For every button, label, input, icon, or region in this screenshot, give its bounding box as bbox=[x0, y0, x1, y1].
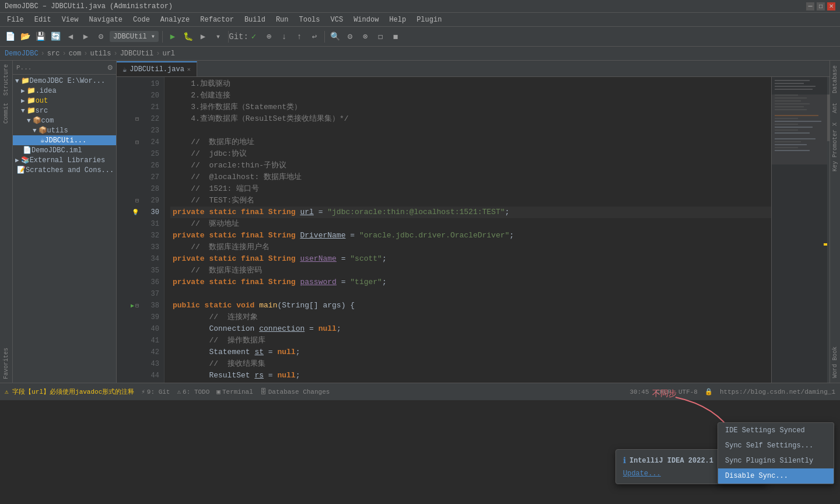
menu-vcs[interactable]: VCS bbox=[326, 15, 348, 25]
menu-view[interactable]: View bbox=[57, 15, 83, 25]
tree-item-com[interactable]: ▼ 📦 com bbox=[13, 116, 116, 125]
sidebar-commit[interactable]: Commit bbox=[1, 99, 11, 127]
status-line-ending[interactable]: CRLF bbox=[656, 388, 671, 396]
menu-window[interactable]: Window bbox=[349, 15, 383, 25]
toolbar-debug-button[interactable]: 🐛 bbox=[181, 30, 194, 43]
tree-utils-icon: 📦 bbox=[38, 126, 47, 135]
menu-help[interactable]: Help bbox=[384, 15, 411, 25]
sidebar-wordbook[interactable]: Word Book bbox=[831, 342, 839, 383]
tree-item-out[interactable]: ▶ 📁 out bbox=[13, 96, 116, 106]
toolbar-more-run[interactable]: ▾ bbox=[212, 30, 225, 43]
tree-item-utils[interactable]: ▼ 📦 utils bbox=[13, 125, 116, 135]
bc-jdbcutil[interactable]: JDBCUtil bbox=[120, 50, 154, 58]
gutter-run-38[interactable]: ▶ bbox=[131, 302, 134, 309]
status-todo[interactable]: ⚠ 6: TODO bbox=[177, 388, 209, 396]
sidebar-structure[interactable]: Structure bbox=[1, 61, 11, 99]
gutter-fold-29[interactable]: ⊟ bbox=[135, 197, 139, 204]
menu-run[interactable]: Run bbox=[271, 15, 293, 25]
toolbar-settings[interactable]: ⚙ bbox=[344, 30, 356, 43]
bc-com[interactable]: com bbox=[69, 50, 82, 58]
menu-plugin[interactable]: Plugin bbox=[412, 15, 446, 25]
menu-edit[interactable]: Edit bbox=[30, 15, 56, 25]
gutter-fold-22[interactable]: ⊟ bbox=[135, 116, 139, 123]
sidebar-keypromoter[interactable]: Key Promoter X bbox=[831, 118, 839, 176]
status-terminal[interactable]: ▣ Terminal bbox=[216, 388, 253, 396]
tree-item-demojdbc[interactable]: ▼ 📁 DemoJDBC E:\Wor... bbox=[13, 76, 116, 86]
sidebar-database[interactable]: Database bbox=[831, 61, 839, 98]
status-url[interactable]: https://blog.csdn.net/daming_1 bbox=[720, 388, 835, 396]
close-button[interactable]: ✕ bbox=[827, 2, 835, 10]
tree-idea-expand: ▶ bbox=[21, 87, 25, 94]
ctx-sync-self-settings[interactable]: Sync Self Settings... bbox=[718, 438, 834, 453]
toolbar-power[interactable]: ⊗ bbox=[359, 30, 372, 43]
code-line-38: public static void main (String[] args) … bbox=[170, 300, 771, 312]
status-position[interactable]: 30:45 bbox=[630, 388, 649, 396]
tab-jdbcutil[interactable]: ☕ JDBCUtil.java ✕ bbox=[117, 61, 197, 76]
toolbar-new-button[interactable]: 📄 bbox=[4, 30, 16, 43]
toolbar-run-config[interactable]: ⚙ bbox=[94, 30, 107, 43]
status-git[interactable]: ⚡ 9: Git bbox=[141, 388, 170, 396]
menu-code[interactable]: Code bbox=[128, 15, 155, 25]
status-lock[interactable]: 🔒 bbox=[705, 388, 713, 396]
editor-tabs: ☕ JDBCUtil.java ✕ bbox=[117, 61, 830, 77]
bc-url[interactable]: url bbox=[162, 50, 175, 58]
minimap-scroll-thumb[interactable] bbox=[827, 94, 830, 141]
toolbar-coverage-button[interactable]: ▶ bbox=[197, 30, 209, 43]
sidebar-ant[interactable]: Ant bbox=[831, 98, 839, 118]
toolbar-extra2[interactable]: ◼ bbox=[389, 30, 402, 43]
gutter-38: ▶ ⊟ bbox=[117, 300, 140, 312]
tree-item-extlibs[interactable]: ▶ 📚 External Libraries bbox=[13, 155, 116, 165]
toolbar-open-button[interactable]: 📂 bbox=[19, 30, 32, 43]
tree-item-idea[interactable]: ▶ 📁 .idea bbox=[13, 86, 116, 96]
line-numbers: 19 20 21 22 23 24 25 26 27 28 29 30 31 3… bbox=[140, 77, 164, 383]
ctx-sync-plugins-silently[interactable]: Sync Plugins Silently bbox=[718, 453, 834, 468]
menu-navigate[interactable]: Navigate bbox=[84, 15, 127, 25]
tree-item-scratches[interactable]: 📝 Scratches and Cons... bbox=[13, 165, 116, 175]
code-line-43: // 接收结果集 bbox=[170, 358, 771, 370]
toolbar-back-button[interactable]: ◀ bbox=[64, 30, 77, 43]
code-editor[interactable]: 1.加载驱动 2.创建连接 3.操作数据库（Statement类） 4.查询数据… bbox=[164, 77, 771, 383]
tree-item-src[interactable]: ▼ 📁 src bbox=[13, 106, 116, 116]
sidebar-favorites[interactable]: Favorites bbox=[1, 344, 11, 383]
notif-icon: ℹ bbox=[623, 456, 626, 466]
toolbar-run-button[interactable]: ▶ bbox=[166, 30, 179, 43]
toolbar-checkmark[interactable]: ✓ bbox=[247, 30, 260, 43]
bc-src[interactable]: src bbox=[47, 50, 60, 58]
gutter-fold-24[interactable]: ⊟ bbox=[135, 139, 139, 146]
toolbar-save-button[interactable]: 💾 bbox=[34, 30, 47, 43]
code-line-20: 2.创建连接 bbox=[170, 90, 771, 102]
tab-close-icon[interactable]: ✕ bbox=[187, 66, 191, 73]
gutter-fold-38[interactable]: ⊟ bbox=[135, 302, 139, 309]
toolbar-refresh-button[interactable]: 🔄 bbox=[49, 30, 62, 43]
minimize-button[interactable]: ─ bbox=[806, 2, 814, 10]
menu-file[interactable]: File bbox=[2, 15, 29, 25]
toolbar-push[interactable]: ↑ bbox=[293, 30, 306, 43]
bc-utils[interactable]: utils bbox=[90, 50, 111, 58]
toolbar-search[interactable]: 🔍 bbox=[328, 30, 341, 43]
gutter-warning-30[interactable]: 💡 bbox=[132, 209, 139, 216]
ctx-disable-sync[interactable]: Disable Sync... bbox=[718, 468, 834, 484]
terminal-icon: ▣ bbox=[216, 388, 220, 396]
status-db-changes[interactable]: 🗄 Database Changes bbox=[260, 388, 330, 396]
tree-item-jdbcutil[interactable]: ☕ JDBCUti... bbox=[13, 135, 116, 145]
toolbar-forward-button[interactable]: ▶ bbox=[79, 30, 92, 43]
toolbar-pull[interactable]: ↓ bbox=[278, 30, 290, 43]
status-encoding[interactable]: UTF-8 bbox=[678, 388, 698, 396]
toolbar-branch[interactable]: ⊕ bbox=[262, 30, 275, 43]
menu-refactor[interactable]: Refactor bbox=[195, 15, 239, 25]
notif-update-link[interactable]: Update... bbox=[623, 470, 661, 478]
menu-analyze[interactable]: Analyze bbox=[156, 15, 194, 25]
toolbar-undo[interactable]: ↩ bbox=[308, 30, 321, 43]
toolbar-git[interactable]: Git: bbox=[232, 30, 245, 43]
menu-tools[interactable]: Tools bbox=[295, 15, 325, 25]
project-panel-settings[interactable]: ⚙ bbox=[108, 62, 113, 72]
tree-item-iml[interactable]: 📄 DemoJDBC.iml bbox=[13, 145, 116, 155]
code-line-19: 1.加载驱动 bbox=[170, 78, 771, 90]
run-config-dropdown[interactable]: JDBCUtil ▾ bbox=[110, 31, 159, 42]
ctx-ide-settings-synced[interactable]: IDE Settings Synced bbox=[718, 423, 834, 438]
menu-build[interactable]: Build bbox=[240, 15, 270, 25]
maximize-button[interactable]: □ bbox=[817, 2, 825, 10]
toolbar-extra1[interactable]: ◻ bbox=[374, 30, 387, 43]
ln-25: 25 bbox=[140, 148, 159, 160]
bc-demojdbc[interactable]: DemoJDBC bbox=[5, 50, 38, 58]
